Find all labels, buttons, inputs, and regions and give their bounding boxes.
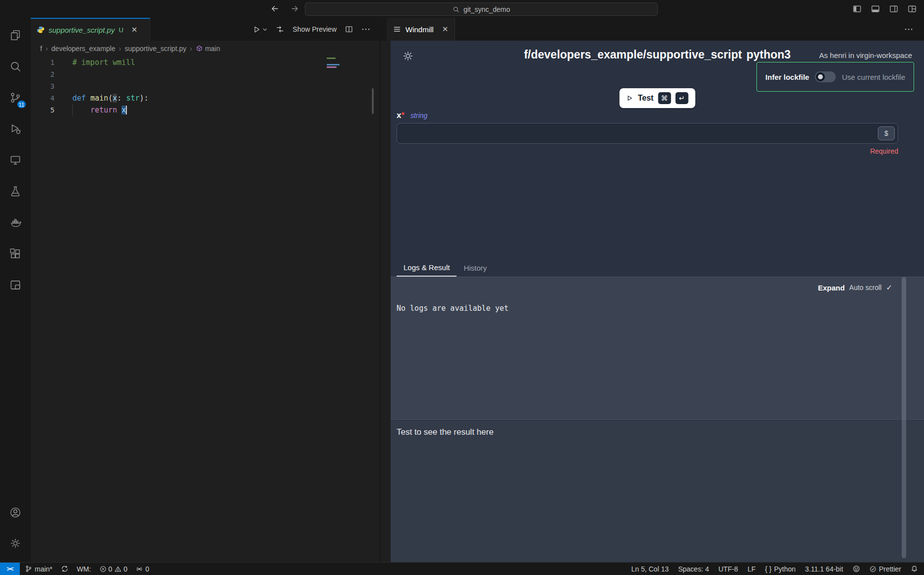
- symbol-method-icon: [196, 45, 203, 52]
- tab-history[interactable]: History: [457, 259, 494, 277]
- show-preview-button[interactable]: Show Preview: [292, 25, 337, 33]
- code-token: [117, 106, 121, 115]
- nav-back-icon[interactable]: [270, 4, 280, 13]
- code-token: def: [72, 94, 86, 103]
- feedback-smiley-icon[interactable]: [853, 565, 860, 573]
- language-mode-item[interactable]: { } Python: [765, 565, 796, 573]
- command-center-search[interactable]: git_sync_demo: [305, 2, 658, 16]
- python-file-icon: [37, 26, 45, 34]
- close-tab-icon[interactable]: ✕: [442, 25, 449, 34]
- text-cursor: [126, 106, 127, 115]
- code-token: return: [90, 106, 117, 115]
- tab-supportive-script[interactable]: supportive_script.py U ✕: [31, 18, 150, 41]
- title-bar: git_sync_demo: [0, 0, 924, 18]
- braces-icon: { }: [765, 565, 771, 573]
- close-tab-icon[interactable]: ✕: [131, 25, 138, 34]
- code-token: x: [113, 94, 117, 103]
- line-number: 2: [31, 70, 55, 78]
- webview-list-icon: [393, 25, 401, 33]
- code-token: str: [126, 94, 139, 103]
- open-changes-icon[interactable]: [276, 25, 285, 34]
- extensions-icon[interactable]: [3, 242, 27, 266]
- activity-bar: 11: [0, 18, 31, 562]
- git-branch-item[interactable]: main*: [25, 565, 53, 573]
- minimap[interactable]: [327, 58, 341, 69]
- cmd-keycap: ⌘: [658, 92, 671, 104]
- editor-scrollbar[interactable]: [372, 88, 374, 114]
- explorer-icon[interactable]: [3, 23, 27, 47]
- play-icon: [627, 95, 634, 102]
- more-actions-icon[interactable]: ⋯: [904, 25, 913, 34]
- line-number: 1: [31, 58, 55, 66]
- code-line[interactable]: 5 return x: [31, 104, 379, 116]
- docker-icon[interactable]: [3, 211, 27, 234]
- run-debug-icon[interactable]: [3, 117, 27, 141]
- line-number: 5: [31, 106, 55, 114]
- testing-icon[interactable]: [3, 179, 27, 203]
- toggle-primary-sidebar-icon[interactable]: [852, 4, 862, 14]
- check-icon: ✓: [886, 283, 892, 292]
- windmill-webview: f/developers_example/supportive_scriptpy…: [391, 41, 924, 562]
- workspace-context: As henri in virgin-workspace: [819, 51, 912, 59]
- breadcrumb: f › developers_example › supportive_scri…: [31, 41, 379, 57]
- breadcrumb-symbol[interactable]: main: [196, 45, 220, 53]
- breadcrumb-file[interactable]: supportive_script.py: [124, 45, 186, 53]
- lockfile-box: Infer lockfile Use current lockfile: [756, 62, 914, 92]
- problems-item[interactable]: 0 0: [100, 565, 128, 573]
- split-editor-icon[interactable]: [345, 25, 353, 34]
- code-token: x: [121, 106, 126, 115]
- code-line[interactable]: 4def main(x: str):: [31, 92, 379, 104]
- notifications-bell-icon[interactable]: [911, 565, 918, 573]
- account-icon[interactable]: [3, 501, 27, 524]
- cursor-position-item[interactable]: Ln 5, Col 13: [631, 565, 669, 573]
- source-control-icon[interactable]: 11: [3, 86, 27, 110]
- customize-layout-icon[interactable]: [907, 4, 917, 14]
- nav-forward-icon[interactable]: [290, 4, 299, 13]
- tab-windmill-label: Windmill: [405, 25, 434, 34]
- breadcrumb-folder[interactable]: developers_example: [52, 45, 116, 53]
- editor-group-left: supportive_script.py U ✕ Show Preview ⋯ …: [31, 18, 379, 562]
- code-line[interactable]: 3: [31, 80, 379, 92]
- breadcrumb-root[interactable]: f: [40, 45, 42, 53]
- settings-gear-icon[interactable]: [3, 531, 27, 555]
- sync-icon[interactable]: [61, 565, 68, 573]
- toggle-secondary-sidebar-icon[interactable]: [889, 4, 899, 14]
- eol-item[interactable]: LF: [748, 565, 755, 573]
- auto-scroll-toggle[interactable]: Auto scroll: [849, 284, 881, 291]
- result-placeholder: Test to see the result here: [397, 427, 494, 437]
- code-editor[interactable]: 1# import wmill234def main(x: str):5 ret…: [31, 57, 379, 562]
- code-line[interactable]: 2: [31, 68, 379, 80]
- enter-keycap: ↵: [675, 92, 688, 104]
- search-sidebar-icon[interactable]: [3, 55, 27, 78]
- tab-windmill[interactable]: Windmill ✕: [387, 18, 455, 41]
- encoding-item[interactable]: UTF-8: [718, 565, 738, 573]
- toggle-knob: [816, 72, 825, 81]
- lockfile-toggle[interactable]: [815, 71, 836, 82]
- argument-row: x * string: [397, 111, 427, 120]
- indentation-item[interactable]: Spaces: 4: [678, 565, 709, 573]
- run-python-file-icon[interactable]: [253, 25, 268, 34]
- python-interpreter-item[interactable]: 3.11.1 64-bit: [805, 565, 843, 573]
- logs-panel: Expand Auto scroll ✓ No logs are availab…: [391, 277, 924, 420]
- more-actions-icon[interactable]: ⋯: [361, 25, 370, 34]
- expand-button[interactable]: Expand: [818, 284, 845, 292]
- code-text: # import wmill: [55, 58, 135, 67]
- test-button[interactable]: Test ⌘ ↵: [620, 88, 695, 108]
- editor-tab-bar: supportive_script.py U ✕ Show Preview ⋯: [31, 18, 379, 41]
- arg-x-input[interactable]: [397, 123, 898, 144]
- git-status-badge: U: [118, 26, 123, 34]
- branch-icon: [25, 565, 32, 573]
- remote-indicator[interactable]: ><: [0, 563, 20, 575]
- windmill-extension-icon[interactable]: [3, 273, 27, 297]
- ports-item[interactable]: 0: [136, 565, 149, 573]
- indent-guide: [72, 104, 73, 116]
- prettier-item[interactable]: Prettier: [869, 565, 901, 573]
- toggle-panel-icon[interactable]: [870, 4, 880, 14]
- windmill-status-item[interactable]: WM:: [77, 565, 91, 573]
- tab-logs-result[interactable]: Logs & Result: [397, 259, 457, 277]
- webview-scrollbar[interactable]: [902, 277, 906, 558]
- remote-explorer-icon[interactable]: [3, 148, 27, 172]
- code-token: ):: [139, 94, 148, 103]
- variable-picker-button[interactable]: $: [878, 126, 895, 140]
- code-token: (: [108, 94, 113, 103]
